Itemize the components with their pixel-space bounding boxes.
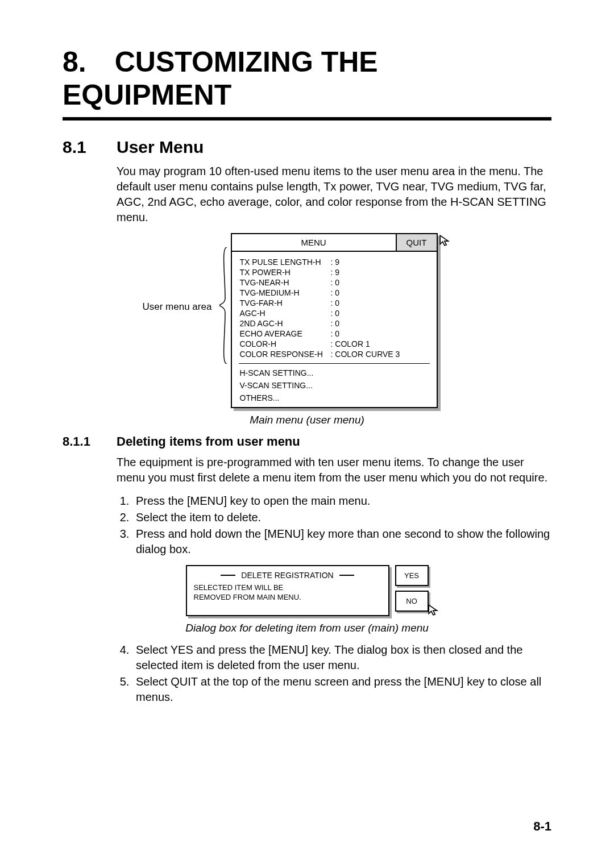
- section-number: 8.1: [63, 138, 117, 157]
- menu-title: MENU: [232, 234, 396, 251]
- dialog-text: SELECTED ITEM WILL BE: [194, 583, 381, 593]
- section-intro: You may program 10 often-used menu items…: [117, 164, 551, 225]
- chapter-title: CUSTOMIZING THE EQUIPMENT: [63, 46, 378, 111]
- step-item: Select the item to delete.: [132, 510, 551, 525]
- step-item: Select YES and press the [MENU] key. The…: [132, 642, 551, 673]
- menu-item[interactable]: AGC-H: 0: [240, 309, 429, 318]
- menu-item[interactable]: TVG-FAR-H: 0: [240, 298, 429, 308]
- step-item: Press the [MENU] key to open the main me…: [132, 493, 551, 509]
- yes-button[interactable]: YES: [395, 565, 429, 586]
- dash-icon: [339, 575, 354, 576]
- main-menu-panel: MENU QUIT TX PULSE LENGTH-H: 9 TX POWER-…: [231, 233, 438, 408]
- menu-divider: [239, 363, 430, 364]
- menu-item[interactable]: ECHO AVERAGE: 0: [240, 329, 429, 338]
- subsection-intro: The equipment is pre-programmed with ten…: [117, 455, 551, 485]
- menu-item[interactable]: TX POWER-H: 9: [240, 268, 429, 277]
- menu-footer-item[interactable]: OTHERS...: [240, 393, 429, 402]
- subsection-title: Deleting items from user menu: [117, 434, 300, 449]
- no-button[interactable]: NO: [395, 591, 429, 612]
- delete-registration-dialog: DELETE REGISTRATION SELECTED ITEM WILL B…: [186, 565, 389, 616]
- chapter-heading: 8.CUSTOMIZING THE EQUIPMENT: [63, 45, 551, 111]
- menu-item[interactable]: TVG-MEDIUM-H: 0: [240, 288, 429, 297]
- user-menu-area-label: User menu area: [143, 301, 212, 313]
- menu-item[interactable]: TX PULSE LENGTH-H: 9: [240, 258, 429, 267]
- dash-icon: [221, 575, 235, 576]
- step-item: Press and hold down the [MENU] key more …: [132, 526, 551, 557]
- menu-item[interactable]: TVG-NEAR-H: 0: [240, 278, 429, 287]
- section-title: User Menu: [117, 138, 204, 157]
- menu-item[interactable]: 2ND AGC-H: 0: [240, 319, 429, 328]
- menu-footer-item[interactable]: H-SCAN SETTING...: [240, 368, 429, 377]
- step-item: Select QUIT at the top of the menu scree…: [132, 674, 551, 705]
- chapter-rule: [63, 117, 551, 121]
- page-number: 8-1: [533, 819, 551, 834]
- quit-button[interactable]: QUIT: [396, 234, 437, 251]
- dialog-text: REMOVED FROM MAIN MENU.: [194, 593, 381, 603]
- brace-icon: [219, 247, 227, 364]
- chapter-number: 8.: [63, 45, 86, 78]
- figure-caption: Dialog box for deleting item from user (…: [63, 622, 551, 634]
- dialog-title: DELETE REGISTRATION: [241, 571, 333, 580]
- menu-footer-item[interactable]: V-SCAN SETTING...: [240, 381, 429, 390]
- cursor-icon: [428, 604, 440, 618]
- menu-item[interactable]: COLOR-H: COLOR 1: [240, 339, 429, 348]
- cursor-icon: [439, 234, 451, 249]
- menu-item[interactable]: COLOR RESPONSE-H: COLOR CURVE 3: [240, 350, 429, 359]
- figure-caption: Main menu (user menu): [63, 414, 551, 426]
- step-list: Select YES and press the [MENU] key. The…: [117, 642, 551, 705]
- subsection-number: 8.1.1: [63, 434, 117, 449]
- step-list: Press the [MENU] key to open the main me…: [117, 493, 551, 557]
